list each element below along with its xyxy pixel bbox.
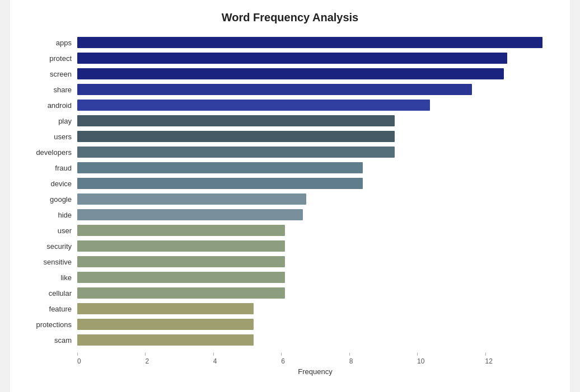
x-axis-label: Frequency: [77, 367, 553, 376]
bar-label: protections: [27, 320, 77, 329]
x-tick-line: [145, 353, 146, 356]
bar-label: sensitive: [27, 258, 77, 266]
bar-label: screen: [27, 70, 77, 78]
bar-track: [77, 303, 553, 314]
bar-label: fraud: [27, 164, 77, 172]
bar-fill: [77, 225, 285, 236]
bar-label: play: [27, 117, 77, 125]
x-tick-line: [213, 353, 214, 356]
bar-fill: [77, 84, 472, 95]
x-tick-label: 12: [485, 357, 493, 365]
x-tick: 8: [349, 353, 417, 365]
bar-row: hide: [27, 207, 553, 222]
bar-fill: [77, 287, 285, 299]
bar-row: sensitive: [27, 254, 553, 269]
bar-row: feature: [27, 301, 553, 316]
bar-label: scam: [27, 336, 77, 344]
x-tick-label: 4: [213, 357, 217, 365]
x-tick: 12: [485, 353, 553, 365]
bar-row: like: [27, 270, 553, 285]
bar-fill: [77, 193, 306, 205]
x-tick-line: [349, 353, 350, 356]
bar-label: user: [27, 226, 77, 235]
bar-label: developers: [27, 148, 77, 157]
x-tick: 4: [213, 353, 281, 365]
bar-row: play: [27, 114, 553, 128]
chart-title: Word Frequency Analysis: [27, 11, 553, 24]
bar-label: apps: [27, 39, 77, 47]
chart-container: Word Frequency Analysis appsprotectscree…: [10, 0, 570, 392]
x-tick-label: 0: [77, 357, 81, 365]
bar-track: [77, 272, 553, 283]
bar-track: [77, 84, 553, 95]
x-tick-label: 10: [417, 357, 424, 365]
bar-row: google: [27, 192, 553, 206]
bar-track: [77, 162, 553, 173]
bar-row: users: [27, 129, 553, 144]
x-tick-line: [77, 353, 78, 356]
bar-row: fraud: [27, 160, 553, 175]
bar-fill: [77, 178, 363, 189]
x-tick-label: 2: [145, 357, 149, 365]
bar-row: apps: [27, 35, 553, 50]
bar-track: [77, 287, 553, 299]
bar-row: share: [27, 82, 553, 97]
bar-track: [77, 100, 553, 111]
x-tick: 10: [417, 353, 485, 365]
bar-track: [77, 115, 553, 126]
bar-fill: [77, 147, 395, 158]
chart-area: appsprotectscreenshareandroidplayusersde…: [27, 35, 553, 348]
bar-fill: [77, 53, 507, 64]
x-tick: 0: [77, 353, 145, 365]
bar-row: scam: [27, 333, 553, 347]
bar-label: share: [27, 86, 77, 94]
bar-fill: [77, 115, 395, 126]
x-axis: 024681012: [77, 353, 553, 365]
bar-track: [77, 256, 553, 267]
bar-fill: [77, 162, 363, 173]
x-tick-label: 8: [349, 357, 353, 365]
bar-label: users: [27, 133, 77, 141]
bar-label: cellular: [27, 289, 77, 297]
bar-row: protect: [27, 51, 553, 65]
bar-label: protect: [27, 54, 77, 63]
bar-track: [77, 334, 553, 346]
bar-label: like: [27, 273, 77, 282]
x-tick-line: [417, 353, 418, 356]
bar-track: [77, 193, 553, 205]
bar-track: [77, 319, 553, 330]
bar-label: security: [27, 242, 77, 251]
bar-row: screen: [27, 67, 553, 81]
bar-row: security: [27, 239, 553, 253]
bar-track: [77, 240, 553, 252]
bar-fill: [77, 272, 285, 283]
bar-fill: [77, 240, 285, 252]
bar-fill: [77, 68, 504, 79]
x-tick-label: 6: [281, 357, 285, 365]
bar-track: [77, 68, 553, 79]
bar-fill: [77, 37, 542, 48]
bar-row: user: [27, 223, 553, 238]
bar-track: [77, 225, 553, 236]
bar-track: [77, 147, 553, 158]
x-tick: 6: [281, 353, 349, 365]
bar-track: [77, 53, 553, 64]
bar-track: [77, 37, 553, 48]
bar-fill: [77, 256, 285, 267]
bar-track: [77, 178, 553, 189]
bar-fill: [77, 319, 254, 330]
bar-label: device: [27, 180, 77, 188]
bar-row: cellular: [27, 286, 553, 300]
bar-label: hide: [27, 211, 77, 219]
bar-row: android: [27, 98, 553, 112]
bar-label: android: [27, 101, 77, 110]
bar-fill: [77, 131, 395, 142]
bar-fill: [77, 100, 430, 111]
bar-label: google: [27, 195, 77, 204]
x-tick-line: [485, 353, 486, 356]
x-tick: 2: [145, 353, 213, 365]
bar-track: [77, 131, 553, 142]
bar-fill: [77, 303, 254, 314]
bar-track: [77, 209, 553, 220]
x-tick-line: [281, 353, 282, 356]
